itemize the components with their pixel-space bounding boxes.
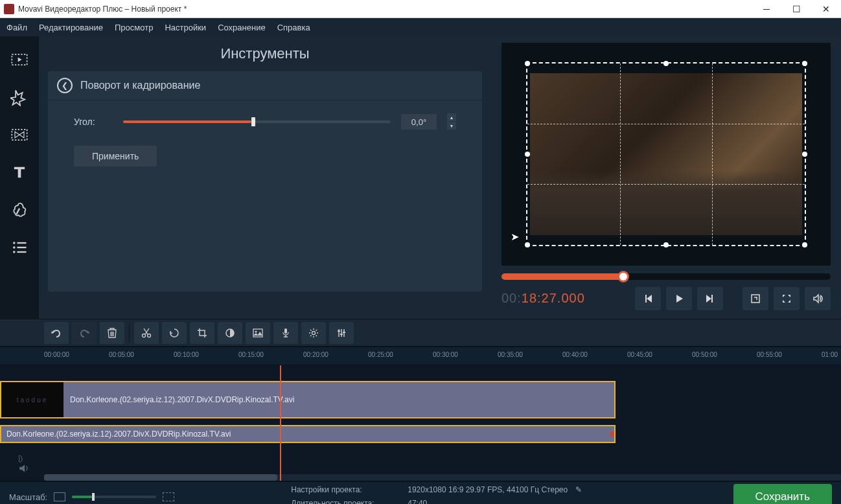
project-duration-value: 47:40 [408,498,581,504]
volume-button[interactable] [805,287,831,310]
angle-up[interactable]: ▲ [447,113,456,121]
ruler-tick: 00:10:00 [174,351,199,358]
svg-rect-5 [17,247,27,248]
svg-point-6 [13,251,16,253]
clip-name: Don.Korleone.(02.seriya.iz.12).2007.DivX… [70,395,294,404]
preview-frame[interactable]: ➤ [501,43,831,266]
ruler-tick: 01:00 [822,351,838,358]
edit-icon[interactable]: ✎ [575,484,582,496]
ruler-tick: 00:20:00 [303,351,328,358]
mixer-button[interactable] [329,322,354,344]
crop-handle-br[interactable] [802,242,807,247]
sidebar [0,36,39,319]
sidebar-more[interactable] [1,229,38,266]
window-title: Movavi Видеоредактор Плюс – Новый проект… [18,5,752,14]
mic-button[interactable] [273,322,298,344]
project-duration-label: Длительность проекта: [291,498,401,504]
svg-point-15 [312,331,316,334]
minimize-button[interactable]: ─ [752,0,781,18]
clip-thumbnail: taodue [1,382,63,417]
sidebar-transitions[interactable] [1,117,38,153]
crop-handle-tl[interactable] [525,61,530,66]
zoom-in-icon[interactable] [163,492,174,501]
zoom-out-icon[interactable] [54,492,65,501]
angle-down[interactable]: ▼ [447,122,456,130]
sidebar-filters[interactable] [1,79,38,115]
maximize-button[interactable]: ☐ [781,0,811,18]
crop-handle-bm[interactable] [663,242,669,247]
cut-button[interactable] [134,322,159,344]
menu-settings[interactable]: Настройки [165,23,206,32]
svg-rect-14 [284,328,287,334]
timeline-playhead[interactable] [280,365,281,481]
timeline-ruler[interactable]: 00:00:0000:05:0000:10:0000:15:0000:20:00… [0,346,841,365]
svg-rect-18 [343,332,345,333]
speaker-icon-2 [18,464,30,473]
next-button[interactable] [697,287,723,310]
statusbar: Масштаб: Настройки проекта: 1920x1080 16… [0,481,841,504]
delete-button[interactable] [100,322,124,344]
back-button[interactable]: ❮ [57,78,73,93]
svg-rect-8 [752,295,759,303]
rotate-crop-title: Поворот и кадрирование [80,80,200,91]
menu-view[interactable]: Просмотр [115,23,153,32]
svg-rect-3 [17,242,27,244]
crop-handle-ml[interactable] [525,152,530,157]
angle-label: Угол: [74,117,113,127]
detach-button[interactable] [743,287,768,310]
crop-handle-mr[interactable] [802,152,807,157]
timeline-scrollbar[interactable] [44,474,841,481]
crop-handle-tm[interactable] [663,61,669,66]
timecode: 00:18:27.000 [501,291,635,306]
timeline: 00:00:0000:05:0000:10:0000:15:0000:20:00… [0,346,841,481]
menu-save[interactable]: Сохранение [218,23,266,32]
menu-edit[interactable]: Редактирование [39,23,103,32]
svg-point-10 [148,334,151,337]
tools-panel-title: Инструменты [48,45,482,62]
rotate-button[interactable] [162,322,187,344]
timeline-body[interactable]: taodue Don.Korleone.(02.seriya.iz.12).20… [0,365,841,481]
preview-progress[interactable] [501,273,831,280]
svg-rect-12 [253,329,262,337]
picture-button[interactable] [246,322,270,344]
menubar: Файл Редактирование Просмотр Настройки С… [0,18,841,36]
video-clip[interactable]: taodue Don.Korleone.(02.seriya.iz.12).20… [0,381,616,418]
sidebar-media[interactable] [1,41,38,78]
fullscreen-button[interactable] [774,287,800,310]
menu-help[interactable]: Справка [277,23,310,32]
redo-button[interactable] [72,322,97,344]
project-settings-label: Настройки проекта: [291,484,401,496]
timeline-toolbar [0,319,841,346]
angle-slider[interactable] [123,120,391,123]
menu-file[interactable]: Файл [6,23,27,32]
play-button[interactable] [666,287,692,310]
apply-button[interactable]: Применить [74,146,157,166]
ruler-tick: 00:45:00 [627,351,652,358]
ruler-tick: 00:30:00 [433,351,458,358]
sidebar-effects[interactable] [1,192,38,228]
ruler-tick: 00:05:00 [109,351,134,358]
svg-point-2 [13,242,16,244]
color-button[interactable] [218,322,242,344]
ruler-tick: 00:40:00 [562,351,588,358]
svg-rect-16 [338,330,340,332]
angle-value[interactable]: 0,0° [401,114,437,130]
svg-rect-17 [340,334,343,335]
crop-handle-tr[interactable] [802,61,807,66]
sidebar-titles[interactable] [1,154,38,190]
ruler-tick: 00:35:00 [498,351,523,358]
audio-clip[interactable]: Don.Korleone.(02.seriya.iz.12).2007.DivX… [0,425,616,443]
prev-button[interactable] [635,287,661,310]
zoom-slider[interactable] [72,496,156,498]
app-icon [4,4,14,14]
crop-button[interactable] [190,322,214,344]
crop-rectangle[interactable] [526,62,806,246]
close-button[interactable]: ✕ [811,0,841,18]
crop-handle-bl[interactable] [525,242,530,247]
clip-name: Don.Korleone.(02.seriya.iz.12).2007.DivX… [6,430,231,439]
gear-button[interactable] [301,322,326,344]
save-button[interactable]: Сохранить [733,484,832,504]
undo-button[interactable] [44,322,69,344]
svg-point-13 [255,330,257,332]
ruler-tick: 00:50:00 [692,351,717,358]
